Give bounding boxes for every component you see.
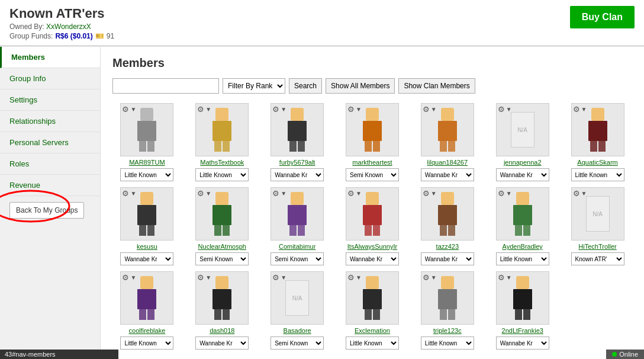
members-title: Members xyxy=(112,56,632,70)
member-card: ⚙▼ AquaticSkarmLittle KnownWannabe KrSem… xyxy=(563,103,632,181)
member-name[interactable]: 2ndLtFrankie3 xyxy=(502,327,543,334)
member-rank-select[interactable]: Little KnownWannabe KrSemi KnownKnown AT… xyxy=(271,252,324,265)
owner-link[interactable]: XxWonderzxX xyxy=(46,23,91,31)
sidebar-item-roles[interactable]: Roles xyxy=(0,153,100,175)
member-name[interactable]: HiTechTroller xyxy=(578,243,616,250)
member-name[interactable]: tazz423 xyxy=(436,243,459,250)
arrow-down-icon[interactable]: ▼ xyxy=(506,190,512,197)
arrow-down-icon[interactable]: ▼ xyxy=(205,106,211,113)
gear-icon[interactable]: ⚙ xyxy=(573,189,580,198)
gear-icon[interactable]: ⚙ xyxy=(197,105,204,114)
member-name[interactable]: MAR89TUM xyxy=(129,159,165,166)
gear-icon[interactable]: ⚙ xyxy=(197,273,204,282)
sidebar-item-revenue[interactable]: Revenue xyxy=(0,175,100,196)
member-name[interactable]: AquaticSkarm xyxy=(577,159,617,166)
show-clan-members-button[interactable]: Show Clan Members xyxy=(398,78,475,94)
search-button[interactable]: Search xyxy=(289,78,322,94)
arrow-down-icon[interactable]: ▼ xyxy=(281,190,286,197)
member-rank-select[interactable]: Little KnownWannabe KrSemi KnownKnown AT… xyxy=(346,336,399,350)
member-rank-select[interactable]: Little KnownWannabe KrSemi KnownKnown AT… xyxy=(120,168,173,181)
sidebar-item-group-info[interactable]: Group Info xyxy=(0,68,100,89)
arrow-down-icon[interactable]: ▼ xyxy=(581,190,587,197)
member-rank-select[interactable]: Little KnownWannabe KrSemi KnownKnown AT… xyxy=(496,336,549,350)
member-rank-select[interactable]: Little KnownWannabe KrSemi KnownKnown AT… xyxy=(195,252,249,265)
arrow-down-icon[interactable]: ▼ xyxy=(506,106,512,113)
gear-icon[interactable]: ⚙ xyxy=(498,273,505,282)
buy-clan-button[interactable]: Buy Clan xyxy=(570,6,635,28)
avatar-figure xyxy=(513,192,532,236)
member-rank-select[interactable]: Little KnownWannabe KrSemi KnownKnown AT… xyxy=(195,336,249,350)
arrow-down-icon[interactable]: ▼ xyxy=(581,106,587,113)
gear-icon[interactable]: ⚙ xyxy=(272,105,279,114)
member-rank-select[interactable]: Little KnownWannabe KrSemi KnownKnown AT… xyxy=(120,252,173,265)
sidebar-item-personal-servers[interactable]: Personal Servers xyxy=(0,132,100,153)
member-rank-select[interactable]: Little KnownWannabe KrSemi KnownKnown AT… xyxy=(271,336,324,350)
arrow-down-icon[interactable]: ▼ xyxy=(431,190,437,197)
member-rank-select[interactable]: Little KnownWannabe KrSemi KnownKnown AT… xyxy=(421,336,474,350)
arrow-down-icon[interactable]: ▼ xyxy=(205,190,211,197)
member-name[interactable]: marktheartest xyxy=(352,159,392,166)
arrow-down-icon[interactable]: ▼ xyxy=(356,190,362,197)
member-rank-select[interactable]: Little KnownWannabe KrSemi KnownKnown AT… xyxy=(571,168,624,181)
member-name[interactable]: triple123c xyxy=(433,327,462,334)
gear-icon[interactable]: ⚙ xyxy=(423,273,430,282)
arrow-down-icon[interactable]: ▼ xyxy=(431,274,437,281)
arrow-down-icon[interactable]: ▼ xyxy=(356,274,362,281)
filter-rank-select[interactable]: Filter By Rank Little Known Wannabe Kr S… xyxy=(223,78,285,94)
arrow-down-icon[interactable]: ▼ xyxy=(431,106,437,113)
member-name[interactable]: Comitabimur xyxy=(279,243,315,250)
arrow-down-icon[interactable]: ▼ xyxy=(205,274,211,281)
member-name[interactable]: dash018 xyxy=(210,327,234,334)
member-name[interactable]: jennapenna2 xyxy=(504,159,542,166)
gear-icon[interactable]: ⚙ xyxy=(272,189,279,198)
arrow-down-icon[interactable]: ▼ xyxy=(356,106,362,113)
member-name[interactable]: kesusu xyxy=(137,243,157,250)
arrow-down-icon[interactable]: ▼ xyxy=(281,106,286,113)
gear-icon[interactable]: ⚙ xyxy=(498,189,505,198)
member-name[interactable]: lilquan184267 xyxy=(427,159,468,166)
member-name[interactable]: ItsAlwaysSunnyIr xyxy=(347,243,397,250)
gear-icon[interactable]: ⚙ xyxy=(423,189,430,198)
member-rank-select[interactable]: Little KnownWannabe KrSemi KnownKnown AT… xyxy=(496,168,549,181)
gear-icon[interactable]: ⚙ xyxy=(122,105,129,114)
member-name[interactable]: Basadore xyxy=(284,327,311,334)
member-rank-select[interactable]: Little KnownWannabe KrSemi KnownKnown AT… xyxy=(120,336,173,350)
show-all-members-button[interactable]: Show All Members xyxy=(326,78,395,94)
back-to-my-groups-button[interactable]: Back To My Groups xyxy=(9,202,84,219)
member-name[interactable]: Exclemation xyxy=(355,327,390,334)
arrow-down-icon[interactable]: ▼ xyxy=(281,274,286,281)
gear-icon[interactable]: ⚙ xyxy=(498,105,505,114)
member-rank-select[interactable]: Little KnownWannabe KrSemi KnownKnown AT… xyxy=(496,252,549,265)
member-rank-select[interactable]: Little KnownWannabe KrSemi KnownKnown AT… xyxy=(346,252,399,265)
avatar-controls: ⚙▼ xyxy=(573,105,587,114)
member-rank-select[interactable]: Little KnownWannabe KrSemi KnownKnown AT… xyxy=(571,252,624,265)
gear-icon[interactable]: ⚙ xyxy=(122,273,129,282)
gear-icon[interactable]: ⚙ xyxy=(272,273,279,282)
member-rank-select[interactable]: Little KnownWannabe KrSemi KnownKnown AT… xyxy=(346,168,399,181)
member-name[interactable]: MathsTextbook xyxy=(200,159,244,166)
gear-icon[interactable]: ⚙ xyxy=(423,105,430,114)
gear-icon[interactable]: ⚙ xyxy=(122,189,129,198)
member-rank-select[interactable]: Little KnownWannabe KrSemi KnownKnown AT… xyxy=(421,252,474,265)
member-name[interactable]: coolfireblake xyxy=(129,327,166,334)
arrow-down-icon[interactable]: ▼ xyxy=(506,274,512,281)
member-name[interactable]: furby5679alt xyxy=(279,159,315,166)
sidebar-item-relationships[interactable]: Relationships xyxy=(0,111,100,132)
sidebar-item-settings[interactable]: Settings xyxy=(0,89,100,111)
gear-icon[interactable]: ⚙ xyxy=(197,189,204,198)
sidebar-item-members[interactable]: Members xyxy=(0,47,100,68)
gear-icon[interactable]: ⚙ xyxy=(347,105,355,114)
member-rank-select[interactable]: Little KnownWannabe KrSemi KnownKnown AT… xyxy=(271,168,324,181)
gear-icon[interactable]: ⚙ xyxy=(573,105,580,114)
gear-icon[interactable]: ⚙ xyxy=(347,273,355,282)
arrow-down-icon[interactable]: ▼ xyxy=(130,274,136,281)
member-name[interactable]: NuclearAtmosph xyxy=(198,243,246,250)
search-input[interactable] xyxy=(112,78,219,94)
member-name[interactable]: AydenBradley xyxy=(503,243,543,250)
member-card: ⚙▼N/AHiTechTrollerLittle KnownWannabe Kr… xyxy=(563,187,632,265)
arrow-down-icon[interactable]: ▼ xyxy=(130,106,136,113)
member-rank-select[interactable]: Little KnownWannabe KrSemi KnownKnown AT… xyxy=(421,168,474,181)
member-rank-select[interactable]: Little KnownWannabe KrSemi KnownKnown AT… xyxy=(195,168,249,181)
arrow-down-icon[interactable]: ▼ xyxy=(130,190,136,197)
gear-icon[interactable]: ⚙ xyxy=(347,189,355,198)
